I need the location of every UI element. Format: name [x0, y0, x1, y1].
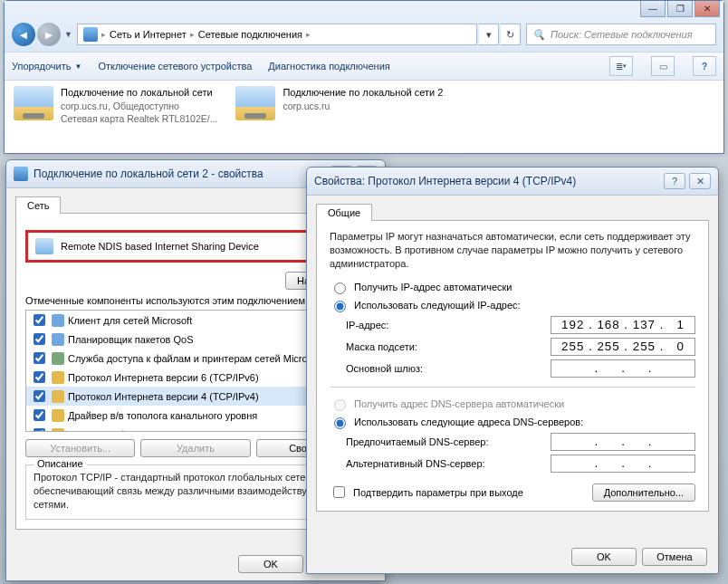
search-input[interactable]: 🔍 Поиск: Сетевые подключения [526, 24, 716, 45]
component-checkbox[interactable] [34, 428, 45, 432]
description-label: Описание [34, 458, 87, 469]
preferred-dns-input[interactable] [551, 433, 695, 451]
maximize-button[interactable]: ❐ [667, 1, 693, 17]
ok-button[interactable]: OK [238, 555, 303, 573]
component-label: Служба доступа к файлам и принтерам сете… [68, 353, 316, 364]
diagnose-button[interactable]: Диагностика подключения [268, 61, 389, 72]
component-label: Планировщик пакетов QoS [68, 334, 194, 345]
adapter-icon [35, 238, 53, 254]
component-checkbox[interactable] [34, 371, 45, 383]
organize-label: Упорядочить [12, 61, 71, 72]
connection-status: corp.ucs.ru [283, 100, 443, 112]
ip-auto-label: Получить IP-адрес автоматически [354, 282, 512, 292]
network-connections-window: — ❐ ✕ ◄ ► ▼ ▸ Сеть и Интернет ▸ Сетевые … [4, 0, 724, 154]
dialog-titlebar[interactable]: Свойства: Протокол Интернета версии 4 (T… [307, 168, 718, 196]
close-button[interactable]: ✕ [689, 173, 711, 189]
component-checkbox[interactable] [34, 390, 45, 402]
component-checkbox[interactable] [34, 314, 45, 326]
component-icon [52, 333, 64, 346]
chevron-down-icon: ▼ [74, 62, 81, 71]
breadcrumb-item[interactable]: Сетевые подключения [198, 29, 302, 40]
validate-settings-checkbox[interactable] [333, 486, 345, 498]
alternate-dns-label: Альтернативный DNS-сервер: [346, 458, 551, 469]
component-checkbox[interactable] [34, 333, 45, 345]
component-checkbox[interactable] [34, 409, 45, 421]
address-bar: ◄ ► ▼ ▸ Сеть и Интернет ▸ Сетевые подклю… [5, 1, 723, 53]
help-button[interactable]: ? [664, 173, 685, 189]
nav-history-dropdown[interactable]: ▼ [62, 30, 75, 39]
connection-item[interactable]: Подключение по локальной сети corp.ucs.r… [14, 86, 217, 125]
ip-manual-label: Использовать следующий IP-адрес: [354, 300, 521, 311]
toolbar: Упорядочить ▼ Отключение сетевого устрой… [5, 53, 723, 81]
preferred-dns-label: Предпочитаемый DNS-сервер: [346, 436, 551, 447]
component-label: Драйвер в/в тополога канального уровня [68, 410, 257, 421]
adapter-name: Remote NDIS based Internet Sharing Devic… [61, 241, 259, 252]
info-text: Параметры IP могут назначаться автоматич… [330, 230, 695, 271]
advanced-button[interactable]: Дополнительно... [592, 483, 695, 502]
close-button[interactable]: ✕ [694, 1, 720, 17]
chevron-right-icon: ▸ [306, 30, 311, 39]
alternate-dns-input[interactable] [551, 455, 695, 473]
ip-manual-radio[interactable] [334, 301, 346, 312]
chevron-right-icon: ▸ [190, 30, 195, 39]
address-dropdown[interactable]: ▾ [479, 24, 499, 45]
window-controls: — ❐ ✕ [640, 1, 720, 17]
component-icon [52, 352, 64, 365]
dns-manual-radio[interactable] [334, 417, 346, 429]
organize-menu[interactable]: Упорядочить ▼ [12, 61, 81, 72]
connection-item[interactable]: Подключение по локальной сети 2 corp.ucs… [235, 86, 443, 125]
ip-address-input[interactable] [551, 316, 695, 334]
connection-status: corp.ucs.ru, Общедоступно [61, 100, 217, 112]
tabs: Общие [316, 203, 709, 221]
dns-auto-radio [334, 399, 346, 411]
help-button[interactable]: ? [693, 56, 716, 76]
validate-settings-label: Подтвердить параметры при выходе [353, 487, 523, 498]
component-icon [52, 314, 64, 327]
breadcrumb-item[interactable]: Сеть и Интернет [110, 29, 187, 40]
component-label: Клиент для сетей Microsoft [68, 315, 192, 326]
component-label: Ответчик обнаружения топологии канальног… [68, 429, 309, 433]
gateway-label: Основной шлюз: [346, 363, 551, 374]
tab-network[interactable]: Сеть [15, 196, 61, 214]
component-icon [52, 390, 64, 403]
component-icon [52, 409, 64, 422]
subnet-mask-label: Маска подсети: [346, 341, 551, 352]
cancel-button[interactable]: Отмена [642, 548, 707, 566]
ipv4-properties-dialog: Свойства: Протокол Интернета версии 4 (T… [306, 167, 719, 574]
view-options-button[interactable]: ≣▾ [609, 56, 633, 76]
refresh-button[interactable]: ↻ [501, 24, 521, 45]
network-adapter-icon [14, 86, 53, 120]
search-placeholder: Поиск: Сетевые подключения [551, 29, 693, 40]
component-icon [52, 428, 64, 433]
disable-device-button[interactable]: Отключение сетевого устройства [98, 61, 252, 72]
component-label: Протокол Интернета версии 6 (TCP/IPv6) [68, 372, 259, 383]
ip-address-label: IP-адрес: [346, 320, 551, 330]
component-label: Протокол Интернета версии 4 (TCP/IPv4) [68, 391, 259, 402]
control-panel-icon [83, 27, 98, 42]
connections-list: Подключение по локальной сети corp.ucs.r… [5, 81, 723, 130]
forward-button[interactable]: ► [37, 23, 61, 46]
dns-auto-label: Получить адрес DNS-сервера автоматически [354, 398, 564, 409]
preview-pane-button[interactable]: ▭ [651, 56, 675, 76]
search-icon: 🔍 [532, 29, 545, 41]
ok-button[interactable]: OK [571, 548, 637, 566]
gateway-input[interactable] [551, 359, 695, 378]
back-button[interactable]: ◄ [12, 23, 35, 46]
subnet-mask-input[interactable] [551, 338, 695, 356]
component-icon [52, 371, 64, 384]
ip-auto-radio[interactable] [334, 282, 346, 294]
connection-device: Сетевая карта Realtek RTL8102E/... [61, 112, 217, 125]
dialog-title: Подключение по локальной сети 2 - свойст… [34, 168, 327, 180]
install-button[interactable]: Установить... [25, 439, 135, 457]
dns-manual-label: Использовать следующие адреса DNS-сервер… [354, 416, 583, 427]
connection-name: Подключение по локальной сети [61, 86, 217, 100]
uninstall-button[interactable]: Удалить [140, 439, 250, 457]
network-adapter-icon [235, 86, 275, 120]
connection-name: Подключение по локальной сети 2 [283, 86, 443, 100]
minimize-button[interactable]: — [640, 1, 666, 17]
dialog-title: Свойства: Протокол Интернета версии 4 (T… [314, 175, 660, 187]
component-checkbox[interactable] [34, 352, 45, 364]
tab-general[interactable]: Общие [316, 204, 372, 221]
network-icon [14, 167, 28, 181]
breadcrumb[interactable]: ▸ Сеть и Интернет ▸ Сетевые подключения … [77, 24, 477, 45]
